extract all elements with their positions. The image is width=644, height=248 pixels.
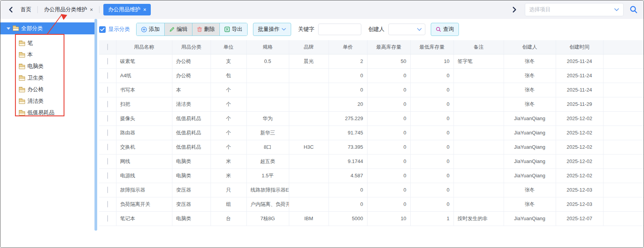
row-checkbox[interactable]: [107, 187, 108, 193]
row-checkbox[interactable]: [107, 144, 108, 150]
delete-button[interactable]: 删除: [192, 23, 219, 36]
table-cell: 变压器: [172, 183, 211, 197]
table-cell: 0: [410, 68, 453, 83]
table-row[interactable]: 网线电脑类米超五类9.174400JiaYuanQiang2025-12-02: [99, 154, 644, 168]
tabs-scroll-left-button[interactable]: [6, 5, 16, 15]
row-checkbox[interactable]: [107, 201, 108, 207]
tree-node-category[interactable]: 清洁类: [19, 95, 94, 107]
keyword-input[interactable]: [318, 24, 361, 35]
table-row[interactable]: 摄像头低值易耗品个华为275.22900JiaYuanQiang2025-12-…: [99, 111, 644, 126]
row-checkbox[interactable]: [107, 215, 108, 222]
table-row[interactable]: 电源线电脑类米1.5平4.58700JiaYuanQiang2025-12-02: [99, 168, 644, 183]
row-checkbox[interactable]: [107, 58, 108, 65]
table-row[interactable]: 碳素笔办公椅支0.5晨光25010签字笔张冬2025-11-24: [99, 54, 644, 68]
tree-node-category[interactable]: 低值易耗品: [19, 107, 94, 119]
row-checkbox[interactable]: [107, 115, 108, 122]
table-cell: 5000: [329, 211, 367, 226]
tab-bar-right: 选择项目: [509, 3, 638, 16]
creator-select[interactable]: [388, 24, 425, 35]
row-checkbox-cell: [99, 168, 116, 183]
select-all-checkbox[interactable]: [107, 44, 108, 50]
search-icon[interactable]: [629, 5, 638, 14]
row-checkbox[interactable]: [107, 72, 108, 79]
table-row[interactable]: 笔记本电脑类台7核8GIBM5000101按时发生的非JiaYuanQiang2…: [99, 211, 644, 226]
table-cell: 网线: [116, 154, 172, 168]
edit-button[interactable]: 编辑: [164, 23, 192, 36]
row-checkbox-cell: [99, 111, 116, 126]
project-select[interactable]: 选择项目: [525, 3, 624, 16]
tree-node-category[interactable]: 笔: [19, 37, 94, 49]
query-button[interactable]: 查询: [431, 23, 459, 36]
table-cell: 台: [211, 211, 246, 226]
project-select-placeholder: 选择项目: [529, 6, 614, 13]
tree-node-category[interactable]: 卫生类: [19, 72, 94, 84]
row-checkbox-cell: [99, 211, 116, 226]
tree-node-category[interactable]: 本: [19, 49, 94, 61]
folder-icon: [19, 65, 25, 69]
table-row[interactable]: 交换机低值易耗品个8口H3C73.39500JiaYuanQiang2025-1…: [99, 140, 644, 154]
table-cell: 2025-12-02: [556, 154, 603, 168]
table-cell: 8口: [246, 140, 289, 154]
table-cell: 2025-12-02: [556, 126, 603, 140]
export-button[interactable]: 导出: [219, 23, 247, 36]
delete-button-label: 删除: [204, 26, 215, 33]
tree-node-label: 低值易耗品: [27, 109, 54, 116]
table-cell: 91.745: [329, 126, 367, 140]
row-checkbox[interactable]: [107, 87, 108, 93]
table-cell: 2025-11-24: [556, 68, 603, 83]
table-row[interactable]: 书写本本个000张冬2025-11-24: [99, 83, 644, 97]
table-cell: 0: [367, 183, 410, 197]
main-panel: 显示分类 添加 编辑 删除: [94, 19, 644, 248]
table-cell: 张冬: [504, 183, 556, 197]
row-checkbox[interactable]: [107, 172, 108, 179]
table-cell-filler: [603, 126, 644, 140]
table-cell: 0: [367, 140, 410, 154]
table-cell-filler: [603, 183, 644, 197]
row-checkbox[interactable]: [107, 101, 108, 107]
tree-scrollbar[interactable]: [94, 19, 97, 231]
creator-label: 创建人: [368, 26, 384, 33]
column-header: 单位: [211, 40, 246, 54]
table-row[interactable]: A4纸办公椅包000张冬2025-11-24: [99, 68, 644, 83]
show-category-label: 显示分类: [108, 26, 130, 33]
folder-icon: [13, 27, 19, 31]
row-checkbox-cell: [99, 183, 116, 197]
table-cell: 0: [329, 183, 367, 197]
tab-divider: [99, 6, 99, 13]
tree-node-category[interactable]: 办公椅: [19, 84, 94, 95]
batch-operations-button[interactable]: 批量操作: [253, 23, 291, 36]
tab-1[interactable]: 首页: [16, 4, 36, 15]
table-row[interactable]: 故障指示器变压器只线路故障指示器E000张冬2025-12-03: [99, 183, 644, 197]
tab-label: 首页: [20, 6, 31, 13]
close-icon[interactable]: ×: [90, 7, 93, 12]
table-row[interactable]: 负荷隔离开关变压器组户内隔离、负荷开000张冬2025-12-03: [99, 197, 644, 211]
chevron-down-icon: [614, 8, 619, 12]
folder-icon: [19, 53, 25, 58]
table-row[interactable]: 扫把清洁类个2000张冬2025-11-29: [99, 97, 644, 111]
tab-2[interactable]: 办公用品分类维护×: [39, 4, 98, 15]
table-cell: [289, 83, 329, 97]
table-cell: JiaYuanQiang: [504, 126, 556, 140]
add-button[interactable]: 添加: [137, 23, 164, 36]
table-cell: 0: [329, 197, 367, 211]
table-cell: 书写本: [116, 83, 172, 97]
tab-bar: 首页办公用品分类维护×办公用品维护× 选择项目: [0, 0, 644, 19]
row-checkbox[interactable]: [107, 129, 108, 136]
table-row[interactable]: 路由器低值易耗品个新华三91.74500JiaYuanQiang2025-12-…: [99, 126, 644, 140]
table-cell: 交换机: [116, 140, 172, 154]
tabs-scroll-right-button[interactable]: [509, 5, 519, 15]
supplies-table: 用品名称用品分类单位规格品牌单价最高库存量最低库存量备注创建人创建时间 碳素笔办…: [99, 40, 644, 226]
excel-export-icon: [224, 27, 230, 32]
tree-node-all-categories[interactable]: 全部分类: [0, 22, 94, 34]
tree-node-category[interactable]: 电脑类: [19, 61, 94, 72]
show-category-checkbox[interactable]: [99, 26, 106, 33]
tab-3[interactable]: 办公用品维护×: [103, 4, 151, 15]
close-icon[interactable]: ×: [143, 7, 146, 12]
show-category-toggle[interactable]: 显示分类: [99, 26, 130, 33]
chevron-down-icon: [282, 28, 286, 31]
table-cell: 个: [211, 83, 246, 97]
select-all-header-cell: [99, 40, 116, 54]
crud-button-group: 添加 编辑 删除 导出: [136, 23, 248, 36]
table-cell: 2025-11-24: [556, 83, 603, 97]
row-checkbox[interactable]: [107, 158, 108, 165]
